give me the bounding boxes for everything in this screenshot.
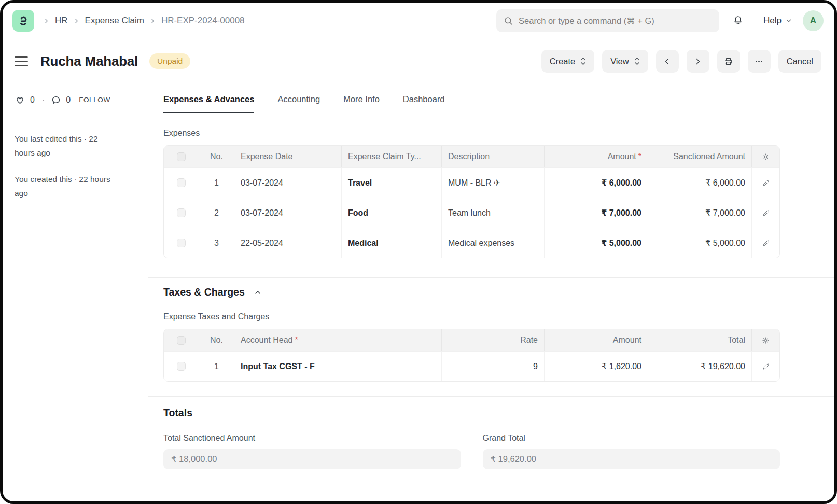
- previous-document-button[interactable]: [656, 50, 679, 73]
- tab-dashboard[interactable]: Dashboard: [403, 94, 445, 113]
- expense-description: Team lunch: [441, 198, 544, 228]
- search-input[interactable]: [519, 16, 712, 26]
- row-checkbox[interactable]: [177, 208, 186, 217]
- cancel-button-label: Cancel: [787, 57, 813, 66]
- select-all-checkbox[interactable]: [177, 336, 186, 345]
- printer-icon: [723, 57, 733, 66]
- required-asterisk: *: [295, 335, 298, 345]
- col-expense-date: Expense Date: [234, 146, 341, 167]
- pencil-icon: [762, 239, 770, 247]
- tab-more-info[interactable]: More Info: [343, 94, 380, 113]
- taxes-table-header: No. Account Head* Rate Amount Total: [164, 329, 779, 351]
- row-checkbox[interactable]: [177, 239, 186, 247]
- navbar-divider: [755, 14, 755, 27]
- breadcrumb-item-expense-claim[interactable]: Expense Claim: [85, 16, 144, 26]
- notifications-button[interactable]: [727, 9, 749, 32]
- row-number: 1: [199, 352, 234, 381]
- taxes-section-header[interactable]: Taxes & Charges: [163, 286, 780, 298]
- next-document-button[interactable]: [687, 50, 709, 73]
- chevron-left-icon: [663, 57, 672, 66]
- help-menu[interactable]: Help: [761, 12, 794, 29]
- col-expense-claim-type: Expense Claim Ty...: [341, 146, 441, 167]
- col-description: Description: [441, 146, 544, 167]
- view-button-label: View: [610, 57, 629, 66]
- print-button[interactable]: [717, 50, 740, 73]
- comment-icon[interactable]: [51, 95, 61, 105]
- col-amount: Amount: [544, 329, 648, 351]
- total-sanctioned-value: ₹ 18,000.00: [163, 449, 461, 469]
- col-sanctioned-amount: Sanctioned Amount: [648, 146, 751, 167]
- expense-date: 03-07-2024: [234, 168, 341, 198]
- col-no: No.: [199, 329, 234, 351]
- bell-icon: [732, 15, 744, 26]
- expenses-table-label: Expenses: [163, 129, 780, 138]
- expense-date: 22-05-2024: [234, 228, 341, 258]
- select-chevrons-icon: [580, 57, 586, 66]
- edit-row-button[interactable]: [760, 177, 772, 189]
- like-heart-icon[interactable]: [15, 94, 25, 105]
- expense-amount: ₹ 5,000.00: [544, 228, 648, 258]
- expense-row[interactable]: 1 03-07-2024 Travel MUM - BLR ✈ ₹ 6,000.…: [164, 167, 779, 198]
- select-chevrons-icon: [634, 57, 640, 66]
- sidebar-divider: [15, 118, 135, 118]
- expense-date: 03-07-2024: [234, 198, 341, 228]
- total-sanctioned-field-group: Total Sanctioned Amount ₹ 18,000.00: [163, 433, 461, 469]
- edit-row-button[interactable]: [760, 237, 772, 249]
- row-checkbox[interactable]: [177, 178, 186, 187]
- expense-claim-type: Travel: [341, 168, 441, 198]
- top-navbar: HR Expense Claim HR-EXP-2024-00008 Help …: [12, 6, 824, 35]
- ellipsis-icon: [754, 57, 764, 66]
- cancel-button[interactable]: Cancel: [778, 50, 821, 73]
- search-icon: [504, 16, 513, 26]
- expense-row[interactable]: 3 22-05-2024 Medical Medical expenses ₹ …: [164, 228, 779, 258]
- main-content: Expenses & Advances Accounting More Info…: [148, 78, 834, 501]
- section-divider: [148, 396, 834, 397]
- breadcrumb-item-hr[interactable]: HR: [55, 16, 68, 26]
- col-account-head: Account Head*: [234, 329, 441, 351]
- help-label: Help: [763, 16, 782, 26]
- total-sanctioned-label: Total Sanctioned Amount: [163, 433, 461, 443]
- taxes-section: Taxes & Charges Expense Taxes and Charge…: [148, 286, 834, 382]
- expense-claim-type: Food: [341, 198, 441, 228]
- create-button-label: Create: [550, 57, 576, 66]
- breadcrumb-item-current-doc: HR-EXP-2024-00008: [161, 16, 245, 26]
- row-number: 2: [199, 198, 234, 228]
- row-checkbox[interactable]: [177, 362, 186, 371]
- comment-count[interactable]: 0: [66, 95, 71, 105]
- section-divider: [148, 277, 834, 278]
- sidebar-toggle-icon[interactable]: [15, 56, 28, 66]
- chevron-down-icon: [785, 17, 792, 24]
- expense-description: Medical expenses: [441, 228, 544, 258]
- edit-row-button[interactable]: [760, 360, 772, 373]
- tab-accounting[interactable]: Accounting: [277, 94, 320, 113]
- expense-row[interactable]: 2 03-07-2024 Food Team lunch ₹ 7,000.00 …: [164, 198, 779, 228]
- form-tabs: Expenses & Advances Accounting More Info…: [148, 78, 834, 113]
- select-all-checkbox[interactable]: [177, 152, 186, 161]
- user-avatar[interactable]: A: [803, 10, 824, 31]
- create-button[interactable]: Create: [541, 50, 595, 73]
- like-count[interactable]: 0: [30, 95, 35, 105]
- follow-button[interactable]: FOLLOW: [79, 96, 110, 104]
- edit-row-button[interactable]: [760, 207, 772, 219]
- totals-section-title: Totals: [163, 407, 192, 419]
- totals-section-header: Totals: [163, 407, 780, 419]
- app-logo[interactable]: [12, 10, 34, 32]
- tax-amount: ₹ 1,620.00: [544, 352, 648, 381]
- global-search[interactable]: [496, 9, 719, 32]
- page-title: Rucha Mahabal: [40, 53, 138, 69]
- chevron-right-icon: [43, 17, 50, 25]
- view-button[interactable]: View: [602, 50, 648, 73]
- expenses-section: Expenses No. Expense Date Expense Claim …: [148, 129, 834, 258]
- expense-amount: ₹ 7,000.00: [544, 198, 648, 228]
- tax-rate: 9: [441, 352, 544, 381]
- table-settings-button[interactable]: [759, 150, 772, 163]
- tab-expenses-advances[interactable]: Expenses & Advances: [163, 94, 254, 113]
- col-total: Total: [648, 329, 751, 351]
- tax-row[interactable]: 1 Input Tax CGST - F 9 ₹ 1,620.00 ₹ 19,6…: [164, 351, 779, 381]
- table-settings-button[interactable]: [759, 334, 772, 347]
- more-options-button[interactable]: [748, 50, 771, 73]
- document-sidebar: 0 · 0 FOLLOW You last edited this · 22 h…: [0, 78, 147, 501]
- created-text: You created this · 22 hours ago: [15, 172, 116, 200]
- col-amount: Amount*: [544, 146, 648, 167]
- expense-claim-type: Medical: [341, 228, 441, 258]
